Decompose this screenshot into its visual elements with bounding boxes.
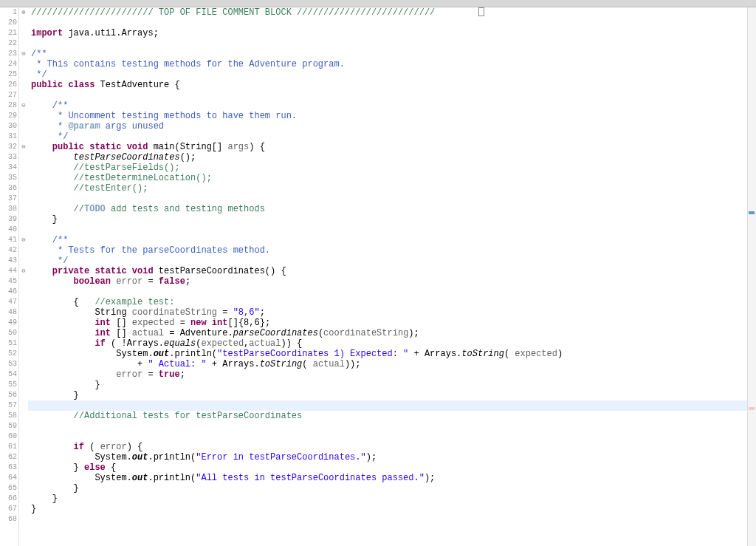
- code-line[interactable]: * @param args unused: [28, 121, 756, 132]
- fold-toggle-icon[interactable]: ⊖: [19, 100, 28, 111]
- code-token: new int: [190, 318, 227, 328]
- code-token: args: [227, 142, 249, 152]
- fold-spacer: [19, 38, 28, 49]
- code-line[interactable]: */: [28, 256, 756, 266]
- code-line[interactable]: }: [28, 494, 756, 504]
- code-line[interactable]: }: [28, 380, 756, 390]
- code-line[interactable]: * This contains testing methods for the …: [28, 59, 756, 69]
- code-line[interactable]: [28, 194, 756, 204]
- fold-spacer: [19, 504, 28, 514]
- fold-spacer: [19, 359, 28, 369]
- code-line[interactable]: private static void testParseCoordinates…: [28, 266, 756, 276]
- code-line[interactable]: /**: [28, 235, 756, 245]
- code-line[interactable]: /////////////////////// TOP OF FILE COMM…: [28, 7, 756, 18]
- code-line[interactable]: System.out.println("Error in testParseCo…: [28, 452, 756, 463]
- line-number: 58: [0, 411, 17, 421]
- code-line[interactable]: //testEnter();: [28, 183, 756, 194]
- ruler-todo-marker[interactable]: [749, 211, 755, 214]
- code-token: System.: [31, 452, 132, 463]
- fold-spacer: [19, 28, 28, 38]
- line-number: 57: [0, 400, 17, 411]
- code-line[interactable]: boolean error = false;: [28, 276, 756, 287]
- fold-column[interactable]: ⊕⊖⊖⊖⊖⊖: [19, 7, 28, 546]
- code-line[interactable]: /**: [28, 100, 756, 111]
- overview-ruler[interactable]: [747, 7, 756, 546]
- code-token: [31, 266, 52, 276]
- code-token: //testDetermineLocation();: [74, 173, 212, 183]
- code-line[interactable]: error = true;: [28, 369, 756, 380]
- code-line[interactable]: }: [28, 214, 756, 225]
- fold-toggle-icon[interactable]: ⊖: [19, 235, 28, 245]
- code-line[interactable]: }: [28, 504, 756, 514]
- code-line[interactable]: public class TestAdventure {: [28, 80, 756, 90]
- code-line[interactable]: }: [28, 390, 756, 400]
- code-line[interactable]: System.out.println("All tests in testPar…: [28, 473, 756, 483]
- code-line[interactable]: //testDetermineLocation();: [28, 173, 756, 183]
- code-line[interactable]: //TODO add tests and testing methods: [28, 204, 756, 214]
- code-line[interactable]: } else {: [28, 463, 756, 473]
- line-number: 35: [0, 173, 17, 183]
- code-line[interactable]: [28, 225, 756, 235]
- code-token: out: [132, 452, 148, 463]
- fold-toggle-icon[interactable]: ⊖: [19, 266, 28, 276]
- code-line[interactable]: /**: [28, 49, 756, 59]
- code-line[interactable]: [28, 38, 756, 49]
- code-line[interactable]: int [] actual = Adventure.parseCoordinat…: [28, 328, 756, 338]
- code-line[interactable]: import java.util.Arrays;: [28, 28, 756, 38]
- code-line[interactable]: */: [28, 132, 756, 142]
- code-line[interactable]: System.out.println("testParseCoordinates…: [28, 349, 756, 359]
- code-token: [31, 276, 74, 287]
- code-line[interactable]: }: [28, 483, 756, 494]
- fold-spacer: [19, 90, 28, 100]
- code-token: * This contains testing methods for the …: [31, 59, 345, 69]
- fold-spacer: [19, 494, 28, 504]
- line-number: 65: [0, 483, 17, 494]
- code-line[interactable]: int [] expected = new int[]{8,6};: [28, 318, 756, 328]
- code-token: /**: [52, 100, 69, 111]
- code-line[interactable]: if ( error) {: [28, 442, 756, 452]
- code-token: [31, 142, 52, 152]
- code-token: }: [31, 390, 79, 400]
- code-editor[interactable]: 1202122232425262728293031323334353637383…: [0, 7, 756, 546]
- code-token: [31, 204, 74, 214]
- line-number: 25: [0, 69, 17, 80]
- code-token: = Adventure.: [164, 328, 233, 338]
- code-line[interactable]: [28, 287, 756, 297]
- code-line[interactable]: public static void main(String[] args) {: [28, 142, 756, 152]
- code-area[interactable]: /////////////////////// TOP OF FILE COMM…: [28, 7, 756, 546]
- fold-spacer: [19, 318, 28, 328]
- fold-spacer: [19, 297, 28, 307]
- code-token: System.: [31, 349, 154, 359]
- code-line[interactable]: [28, 421, 756, 431]
- code-token: out: [132, 473, 148, 483]
- code-line[interactable]: [28, 400, 756, 411]
- code-line[interactable]: [28, 18, 756, 28]
- code-line[interactable]: [28, 431, 756, 442]
- code-token: * Uncomment testing methods to have them…: [31, 111, 297, 121]
- code-token: "All tests in testParseCoordinates passe…: [196, 473, 425, 483]
- fold-spacer: [19, 173, 28, 183]
- code-token: java.util.Arrays;: [63, 28, 159, 38]
- ruler-warning-marker[interactable]: [749, 407, 755, 410]
- code-token: int: [94, 328, 111, 338]
- code-line[interactable]: //testParseFields();: [28, 163, 756, 173]
- fold-toggle-icon[interactable]: ⊕: [19, 7, 28, 18]
- code-line[interactable]: [28, 90, 756, 100]
- code-line[interactable]: testParseCoordinates();: [28, 152, 756, 163]
- code-line[interactable]: String coordinateString = "8,6";: [28, 307, 756, 318]
- code-token: boolean: [74, 276, 111, 287]
- code-token: //example test:: [94, 297, 174, 307]
- fold-toggle-icon[interactable]: ⊖: [19, 49, 28, 59]
- code-line[interactable]: * Uncomment testing methods to have them…: [28, 111, 756, 121]
- code-line[interactable]: if ( !Arrays.equals(expected,actual)) {: [28, 338, 756, 349]
- code-line[interactable]: { //example test:: [28, 297, 756, 307]
- code-token: if: [94, 338, 105, 349]
- fold-toggle-icon[interactable]: ⊖: [19, 142, 28, 152]
- code-line[interactable]: + " Actual: " + Arrays.toString( actual)…: [28, 359, 756, 369]
- code-line[interactable]: [28, 514, 756, 525]
- fold-spacer: [19, 483, 28, 494]
- code-line[interactable]: * Tests for the parseCoordinates method.: [28, 245, 756, 256]
- fold-spacer: [19, 463, 28, 473]
- code-line[interactable]: //Additional tests for testParseCoordina…: [28, 411, 756, 421]
- code-line[interactable]: */: [28, 69, 756, 80]
